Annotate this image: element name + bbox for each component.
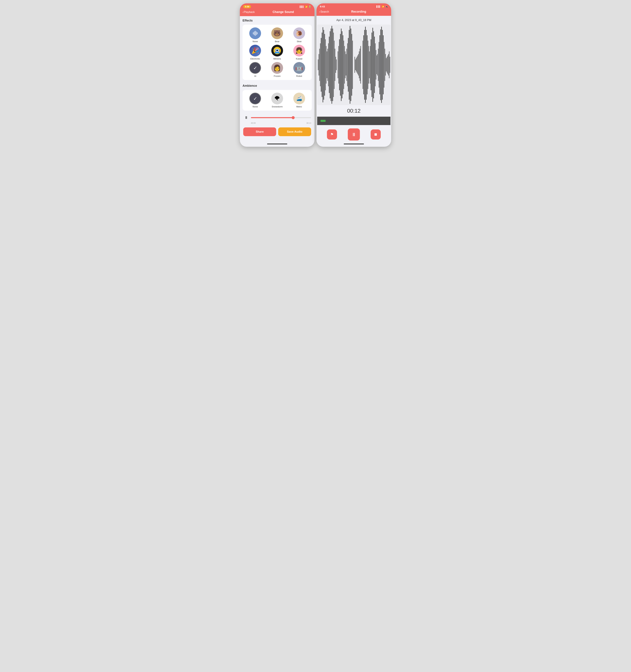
progress-fill [251, 117, 293, 118]
playback-section: ⏸ 00:09 00:13 [243, 115, 312, 124]
battery-icon: 🔋 [309, 5, 311, 8]
wb5 [257, 32, 258, 34]
effect-label-ai: AI [254, 75, 256, 77]
effect-label-none: None [252, 40, 258, 43]
effect-label-robot: Robot [296, 75, 302, 77]
svg-rect-30 [336, 59, 337, 70]
svg-rect-38 [344, 41, 344, 89]
svg-rect-55 [358, 54, 359, 76]
svg-rect-45 [349, 30, 349, 100]
progress-thumb[interactable] [292, 116, 295, 119]
svg-rect-73 [374, 37, 375, 93]
svg-rect-68 [370, 46, 370, 84]
ambience-metro[interactable]: 🚄 Metro [289, 93, 309, 108]
svg-rect-67 [369, 51, 370, 78]
battery-icon-right: 🔌 [385, 5, 388, 8]
svg-rect-47 [350, 29, 351, 101]
effect-label-slow: Slow [297, 40, 301, 43]
svg-rect-37 [343, 35, 343, 94]
effects-grid: None 🐻 Bear 🐌 Slow 🎉 El [243, 25, 312, 80]
wb2 [254, 31, 254, 35]
effect-bear[interactable]: 🐻 Bear [267, 27, 287, 43]
ambience-snowstorm[interactable]: 🌪 Snowstorm [267, 93, 287, 108]
status-bar-left: 5:59 ▌▌▌ 📶 🔋 [240, 3, 315, 9]
svg-rect-53 [357, 57, 357, 73]
status-icons-left: ▌▌▌ 📶 🔋 [300, 5, 311, 8]
svg-rect-86 [385, 49, 385, 81]
svg-rect-77 [378, 54, 378, 76]
svg-rect-74 [375, 43, 375, 86]
effect-robot[interactable]: 🤖 Robot [289, 62, 309, 77]
ambience-circle-none: ✓ [249, 93, 261, 104]
svg-rect-63 [366, 30, 366, 100]
effect-frozen[interactable]: 👩 Frozen [267, 62, 287, 77]
page-title-left: Change Sound [254, 10, 312, 14]
svg-rect-84 [383, 35, 384, 94]
back-button[interactable]: ‹ Playback [243, 10, 254, 14]
svg-rect-19 [327, 49, 328, 81]
svg-rect-9 [319, 49, 320, 81]
nav-bar-right: ‹ Search Recording [316, 8, 391, 16]
svg-rect-26 [333, 32, 334, 97]
svg-rect-10 [320, 43, 320, 86]
recording-content: Apr 4, 2023 at 9_43_18 PM [316, 16, 391, 142]
search-back-label: Search [320, 10, 329, 13]
time-labels: 00:09 00:13 [243, 122, 311, 124]
svg-rect-41 [346, 54, 346, 76]
recording-meter [317, 117, 390, 125]
svg-rect-29 [336, 57, 336, 73]
progress-track-wrapper [251, 117, 311, 118]
svg-rect-16 [325, 39, 326, 90]
effect-circle-robot: 🤖 [293, 62, 305, 74]
svg-rect-75 [376, 50, 377, 80]
svg-rect-46 [350, 26, 350, 104]
share-button[interactable]: Share [243, 127, 276, 136]
recording-pause-button[interactable]: ⏸ [348, 128, 360, 141]
svg-rect-93 [390, 57, 390, 73]
svg-rect-79 [379, 42, 379, 88]
svg-rect-23 [331, 29, 331, 101]
effect-kawaii[interactable]: 👧 Kawaii [289, 45, 309, 60]
save-audio-button[interactable]: Save Audio [278, 127, 311, 136]
svg-rect-76 [377, 55, 377, 74]
svg-rect-44 [348, 38, 348, 92]
svg-rect-57 [360, 49, 360, 81]
svg-rect-40 [345, 51, 346, 78]
svg-rect-89 [387, 57, 387, 73]
flag-button[interactable]: ⚑ [327, 129, 337, 140]
status-time-left: 5:59 [243, 5, 251, 8]
svg-rect-5 [275, 52, 280, 53]
flag-icon: ⚑ [330, 132, 334, 137]
svg-rect-70 [372, 32, 372, 97]
progress-bar[interactable] [251, 117, 311, 118]
left-phone: 5:59 ▌▌▌ 📶 🔋 ‹ Playback Change Sound Eff… [240, 3, 315, 147]
effect-none[interactable]: None [245, 27, 265, 43]
svg-rect-56 [359, 51, 360, 78]
effect-label-electronic: Electronic [250, 57, 260, 60]
waveform-display [317, 25, 390, 105]
effect-circle-ai: ✓ [249, 62, 261, 74]
effect-minions[interactable]: Minions [267, 45, 287, 60]
svg-rect-81 [380, 29, 381, 100]
svg-rect-22 [330, 31, 330, 98]
wifi-icon: 📶 [305, 5, 308, 8]
svg-rect-61 [364, 30, 365, 100]
svg-rect-92 [389, 51, 389, 78]
home-indicator-right [344, 144, 364, 144]
effect-ai[interactable]: ✓ AI [245, 62, 265, 77]
pause-button[interactable]: ⏸ [243, 115, 249, 121]
search-back-button[interactable]: ‹ Search [319, 10, 329, 13]
svg-rect-42 [346, 49, 347, 81]
effect-circle-kawaii: 👧 [293, 45, 305, 56]
svg-rect-59 [363, 41, 363, 89]
svg-rect-7 [318, 59, 318, 70]
svg-rect-85 [384, 42, 384, 88]
waveform-icon [253, 31, 258, 36]
svg-rect-91 [388, 54, 389, 76]
effect-slow[interactable]: 🐌 Slow [289, 27, 309, 43]
effect-electronic[interactable]: 🎉 Electronic [245, 45, 265, 60]
stop-button[interactable]: ⏹ [371, 129, 381, 140]
wifi-icon-right: 📶 [382, 5, 384, 8]
ambience-circle-snowstorm: 🌪 [271, 93, 283, 104]
ambience-none[interactable]: ✓ None [245, 93, 265, 108]
